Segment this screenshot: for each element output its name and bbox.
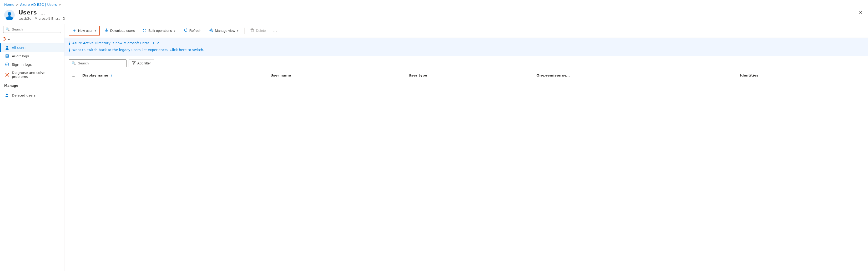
- main-layout: 🔍 3 « All users: [0, 24, 868, 271]
- svg-rect-19: [145, 29, 146, 30]
- page-title: Users: [19, 9, 37, 16]
- table-header-user-name[interactable]: User name: [267, 70, 405, 80]
- table-header-display-name[interactable]: Display name ↑: [79, 70, 267, 80]
- download-icon: [104, 28, 108, 33]
- info-banners: ℹ Azure Active Directory is now Microsof…: [64, 38, 868, 56]
- svg-rect-20: [143, 31, 144, 32]
- sidebar-item-diagnose[interactable]: Diagnose and solve problems: [0, 69, 64, 81]
- download-users-button[interactable]: Download users: [101, 26, 138, 35]
- table-header-checkbox[interactable]: [69, 70, 79, 80]
- sidebar-item-sign-in-logs[interactable]: Sign-in logs: [0, 60, 64, 69]
- svg-point-3: [6, 46, 8, 48]
- page-subtitle: testb2c - Microsoft Entra ID: [19, 17, 864, 21]
- svg-rect-21: [145, 31, 146, 32]
- banner-entra-link[interactable]: Azure Active Directory is now Microsoft …: [72, 41, 159, 45]
- main-search-box[interactable]: 🔍: [69, 59, 126, 67]
- svg-point-12: [6, 94, 8, 95]
- all-users-icon: [5, 45, 9, 50]
- breadcrumb-sep2: >: [58, 3, 61, 7]
- close-button[interactable]: ✕: [858, 9, 864, 16]
- new-user-button[interactable]: ＋ New user ∨: [69, 26, 100, 35]
- download-users-label: Download users: [110, 29, 135, 33]
- svg-rect-18: [143, 29, 144, 30]
- sidebar-item-all-users[interactable]: All users: [0, 43, 64, 52]
- search-filter-bar: 🔍 Add filter: [64, 56, 868, 70]
- audit-logs-label: Audit logs: [12, 54, 29, 58]
- identities-label: Identities: [740, 73, 758, 77]
- manage-view-label: Manage view: [215, 29, 235, 33]
- page-header: Users ... testb2c - Microsoft Entra ID ✕: [0, 8, 868, 24]
- new-user-chevron-icon: ∨: [94, 29, 96, 32]
- diagnose-label: Diagnose and solve problems: [12, 71, 60, 79]
- banner-legacy-link[interactable]: Want to switch back to the legacy users …: [72, 48, 205, 52]
- deleted-users-icon: [5, 93, 9, 97]
- all-users-label: All users: [12, 46, 26, 50]
- delete-icon: [250, 28, 254, 33]
- manage-view-chevron-icon: ∨: [237, 29, 239, 32]
- toolbar-separator: [244, 28, 245, 34]
- manage-view-icon: [209, 28, 213, 33]
- new-user-plus-icon: ＋: [72, 28, 76, 33]
- sidebar-item-deleted-users[interactable]: Deleted users: [0, 91, 64, 99]
- deleted-users-label: Deleted users: [12, 93, 35, 97]
- banner-legacy: ℹ Want to switch back to the legacy user…: [69, 47, 864, 54]
- sidebar-badge: 3: [3, 37, 6, 41]
- add-filter-button[interactable]: Add filter: [129, 59, 154, 67]
- toolbar: ＋ New user ∨ Download users: [64, 24, 868, 38]
- header-more-button[interactable]: ...: [39, 9, 46, 16]
- svg-rect-7: [6, 56, 8, 57]
- breadcrumb-home[interactable]: Home: [4, 3, 14, 7]
- sidebar-search-input[interactable]: 🔍: [3, 26, 61, 33]
- refresh-label: Refresh: [189, 29, 202, 33]
- sidebar: 🔍 3 « All users: [0, 24, 64, 271]
- manage-section-header: Manage: [0, 81, 64, 89]
- user-type-label: User type: [408, 73, 427, 77]
- sidebar-search-container: 🔍: [0, 24, 64, 35]
- sidebar-nav: All users Audit logs: [0, 43, 64, 81]
- select-all-checkbox[interactable]: [72, 73, 75, 77]
- svg-point-4: [5, 49, 9, 50]
- svg-point-9: [5, 63, 9, 66]
- manage-divider: [4, 90, 60, 90]
- bulk-icon: [143, 28, 147, 33]
- banner-entra-icon: ℹ: [69, 41, 70, 46]
- sidebar-item-audit-logs[interactable]: Audit logs: [0, 52, 64, 60]
- delete-label: Delete: [256, 29, 266, 33]
- refresh-icon: [184, 28, 188, 33]
- users-table: Display name ↑ User name User type On-pr…: [69, 70, 864, 80]
- table-container: Display name ↑ User name User type On-pr…: [64, 70, 868, 271]
- more-button[interactable]: ...: [270, 27, 280, 34]
- bulk-operations-label: Bulk operations: [148, 29, 172, 33]
- content-area: ＋ New user ∨ Download users: [64, 24, 868, 271]
- display-name-sort-icon: ↑: [111, 74, 113, 77]
- delete-button[interactable]: Delete: [247, 26, 269, 35]
- main-search-input[interactable]: [78, 61, 124, 65]
- sign-in-icon: [5, 62, 9, 66]
- svg-rect-6: [6, 55, 8, 56]
- manage-view-button[interactable]: Manage view ∨: [206, 26, 242, 35]
- svg-rect-23: [251, 29, 253, 32]
- user-name-label: User name: [270, 73, 291, 77]
- page-icon: [4, 10, 15, 20]
- banner-legacy-icon: ℹ: [69, 48, 70, 53]
- svg-rect-8: [6, 57, 7, 57]
- on-premises-label: On-premises sy...: [536, 73, 570, 77]
- svg-point-22: [211, 30, 212, 31]
- table-header-on-premises[interactable]: On-premises sy...: [533, 70, 737, 80]
- sidebar-collapse-button[interactable]: «: [8, 37, 10, 41]
- table-header-identities[interactable]: Identities: [737, 70, 864, 80]
- diagnose-icon: [5, 72, 9, 77]
- breadcrumb-section[interactable]: Azure AD B2C | Users: [20, 3, 57, 7]
- main-search-icon: 🔍: [71, 61, 76, 65]
- breadcrumb: Home > Azure AD B2C | Users >: [0, 0, 868, 8]
- refresh-button[interactable]: Refresh: [180, 26, 205, 35]
- svg-point-1: [8, 12, 11, 16]
- bulk-chevron-icon: ∨: [174, 29, 176, 32]
- page-header-info: Users ... testb2c - Microsoft Entra ID: [19, 9, 864, 21]
- table-header-user-type[interactable]: User type: [405, 70, 533, 80]
- sidebar-search-field[interactable]: [12, 27, 59, 31]
- new-user-label: New user: [78, 29, 93, 33]
- bulk-operations-button[interactable]: Bulk operations ∨: [139, 26, 179, 35]
- audit-logs-icon: [5, 54, 9, 58]
- display-name-label: Display name: [82, 73, 108, 77]
